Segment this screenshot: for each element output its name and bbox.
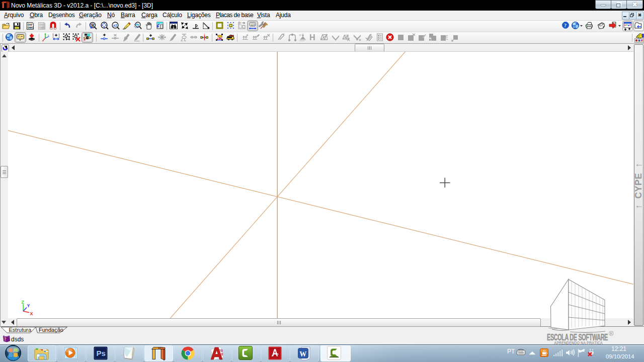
- svg-text:H: H: [309, 33, 315, 42]
- svg-text:09/10/2014: 09/10/2014: [606, 353, 634, 359]
- svg-text:10: 10: [219, 352, 223, 356]
- svg-text:x2: x2: [113, 24, 117, 27]
- svg-text:R: R: [91, 23, 95, 28]
- svg-text:Fundação: Fundação: [39, 327, 63, 333]
- svg-text:Ps: Ps: [97, 349, 106, 357]
- svg-text:Estrutura: Estrutura: [9, 327, 32, 333]
- svg-text:20: 20: [219, 349, 223, 352]
- svg-text:F: F: [299, 34, 301, 37]
- svg-text:12:21: 12:21: [611, 345, 626, 352]
- svg-text:Z: Z: [22, 300, 25, 305]
- svg-text:y: y: [48, 34, 49, 37]
- svg-text:?: ?: [564, 23, 567, 28]
- svg-text:W: W: [299, 350, 306, 358]
- svg-text:Y: Y: [27, 303, 30, 308]
- svg-text:x: x: [42, 39, 44, 42]
- svg-text:DWG: DWG: [39, 26, 45, 29]
- svg-text:123: 123: [251, 23, 255, 26]
- svg-text:DWG: DWG: [28, 26, 34, 29]
- svg-text:X: X: [30, 311, 33, 316]
- svg-text:?: ?: [5, 337, 7, 341]
- svg-text:PT: PT: [507, 348, 515, 355]
